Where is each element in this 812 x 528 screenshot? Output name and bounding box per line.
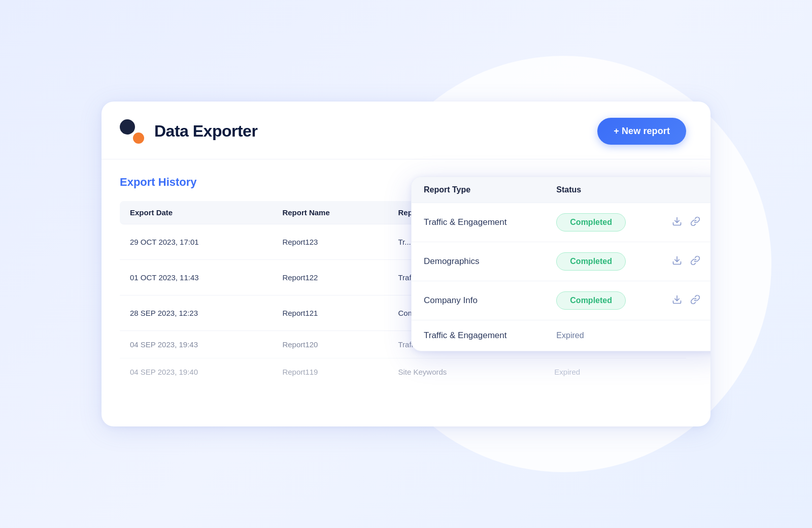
- zoomed-table-row: Company InfoCompleted: [412, 281, 710, 320]
- download-icon[interactable]: [672, 255, 682, 268]
- link-icon[interactable]: [690, 216, 700, 229]
- app-logo: [120, 119, 144, 144]
- zoomed-status-badge-expired: Expired: [556, 331, 584, 340]
- card-header: Data Exporter + New report: [101, 102, 710, 159]
- main-card: Data Exporter + New report Export Histor…: [101, 102, 710, 426]
- cell-report-name: Report119: [272, 358, 388, 385]
- zoomed-cell-status: Expired: [544, 320, 660, 351]
- zoomed-status-badge-completed: Completed: [556, 213, 626, 232]
- cell-export-date: 04 SEP 2023, 19:40: [120, 358, 272, 385]
- cell-export-date: 28 SEP 2023, 12:23: [120, 295, 272, 331]
- col-export-date: Export Date: [120, 201, 272, 224]
- zoomed-col-report-type: Report Type: [412, 177, 544, 203]
- action-icons-group: [672, 294, 710, 307]
- cell-report-name: Report122: [272, 260, 388, 295]
- cell-report-type: Site Keywords: [388, 358, 544, 385]
- download-icon[interactable]: [672, 216, 682, 229]
- zoomed-panel: Report Type Status Traffic & EngagementC…: [411, 177, 710, 351]
- zoomed-table: Report Type Status Traffic & EngagementC…: [412, 177, 710, 351]
- action-icons-group: [672, 216, 710, 229]
- zoomed-col-actions: [660, 177, 710, 203]
- link-icon[interactable]: [690, 255, 700, 268]
- zoomed-cell-actions: [660, 242, 710, 281]
- status-badge-expired: Expired: [554, 368, 580, 376]
- link-icon[interactable]: [690, 294, 700, 307]
- zoomed-table-row: DemographicsCompleted: [412, 242, 710, 281]
- col-report-name: Report Name: [272, 201, 388, 224]
- cell-report-name: Report121: [272, 295, 388, 331]
- zoomed-table-row: Traffic & EngagementExpired: [412, 320, 710, 351]
- zoomed-cell-report-type: Demographics: [412, 242, 544, 281]
- zoomed-cell-actions: [660, 203, 710, 242]
- cell-report-name: Report120: [272, 331, 388, 358]
- cell-export-date: 01 OCT 2023, 11:43: [120, 260, 272, 295]
- zoomed-table-row: Traffic & EngagementCompleted: [412, 203, 710, 242]
- cell-status: Expired: [544, 358, 686, 385]
- zoomed-cell-status: Completed: [544, 203, 660, 242]
- zoomed-cell-report-type: Traffic & Engagement: [412, 203, 544, 242]
- zoomed-status-badge-completed: Completed: [556, 252, 626, 271]
- logo-orange-circle: [133, 133, 144, 144]
- zoomed-cell-report-type: Company Info: [412, 281, 544, 320]
- download-icon[interactable]: [672, 294, 682, 307]
- logo-dark-circle: [120, 119, 135, 135]
- zoomed-status-badge-completed: Completed: [556, 291, 626, 310]
- zoomed-cell-actions: [660, 281, 710, 320]
- cell-export-date: 04 SEP 2023, 19:43: [120, 331, 272, 358]
- cell-export-date: 29 OCT 2023, 17:01: [120, 224, 272, 260]
- zoomed-col-status: Status: [544, 177, 660, 203]
- action-icons-group: [672, 255, 710, 268]
- table-row: 04 SEP 2023, 19:40Report119Site Keywords…: [120, 358, 686, 385]
- zoomed-cell-status: Completed: [544, 242, 660, 281]
- zoomed-cell-status: Completed: [544, 281, 660, 320]
- zoomed-cell-actions: [660, 320, 710, 351]
- zoomed-cell-report-type: Traffic & Engagement: [412, 320, 544, 351]
- new-report-button[interactable]: + New report: [597, 118, 686, 145]
- header-left: Data Exporter: [120, 119, 257, 144]
- cell-report-name: Report123: [272, 224, 388, 260]
- app-title: Data Exporter: [154, 122, 257, 141]
